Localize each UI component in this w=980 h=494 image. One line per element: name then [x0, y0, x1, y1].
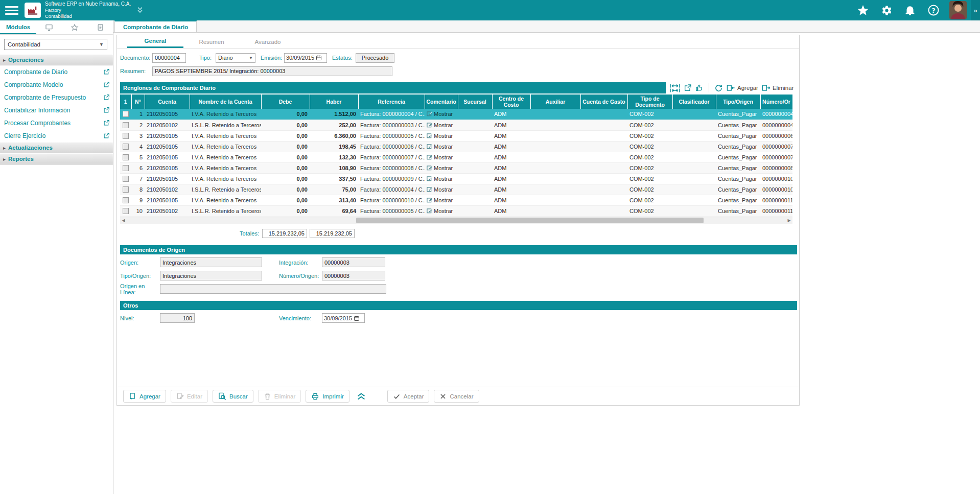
editar-button[interactable]: Editar [171, 390, 208, 403]
cell-comentario[interactable]: Mostrar [425, 141, 458, 152]
cell-comentario[interactable]: Mostrar [425, 205, 458, 216]
emision-field[interactable]: 30/09/2015 [284, 53, 327, 63]
nivel-field[interactable]: 100 [160, 313, 195, 323]
sidebar-item[interactable]: Comprobante de Presupuesto [0, 91, 113, 104]
cell-referencia[interactable]: Factura: 0000000005 / C... [358, 205, 425, 216]
documento-field[interactable]: 00000004 [152, 53, 186, 63]
row-checkbox[interactable] [123, 176, 129, 182]
scroll-left-icon[interactable]: ◀ [120, 217, 127, 224]
col-cuenta-gasto[interactable]: Cuenta de Gasto [580, 95, 627, 109]
table-row[interactable]: 1 2102050105 I.V.A. Retenido a Terceros … [120, 109, 792, 120]
window-tab-comprobante-de-diario[interactable]: Comprobante de Diario [114, 20, 197, 32]
vencimiento-field[interactable]: 30/09/2015 [322, 313, 365, 323]
cell-comentario[interactable]: Mostrar [425, 152, 458, 162]
cell-referencia[interactable]: Factura: 0000000005 / C... [358, 130, 425, 141]
table-row[interactable]: 2 2102050102 I.S.L.R. Retenido a Tercero… [120, 120, 792, 130]
table-row[interactable]: 6 2102050105 I.V.A. Retenido a Terceros … [120, 162, 792, 173]
row-checkbox[interactable] [123, 165, 129, 171]
col-nombre[interactable]: Nombre de la Cuenta [190, 95, 261, 109]
grid-delete-button[interactable]: Eliminar [762, 84, 794, 92]
sidebar-item[interactable]: Cierre Ejercicio [0, 129, 113, 142]
open-in-window-icon[interactable] [103, 132, 110, 139]
comment-edit-icon[interactable] [427, 144, 432, 150]
tab-general[interactable]: General [127, 35, 183, 48]
horizontal-scrollbar[interactable]: ◀ ▶ [120, 217, 792, 224]
comment-edit-icon[interactable] [427, 198, 432, 203]
cell-referencia[interactable]: Factura: 0000000003 / C... [358, 120, 425, 130]
fit-columns-icon[interactable] [670, 84, 680, 92]
chevron-double-down-icon[interactable] [136, 6, 144, 14]
cancelar-button[interactable]: Cancelar [434, 390, 479, 403]
col-sel[interactable]: 1 [120, 95, 131, 109]
comment-edit-icon[interactable] [427, 208, 432, 214]
sidebar-item[interactable]: Contabilizar Información [0, 104, 113, 116]
cell-comentario[interactable]: Mostrar [425, 195, 458, 205]
table-row[interactable]: 3 2102050105 I.V.A. Retenido a Terceros … [120, 130, 792, 141]
cell-referencia[interactable]: Factura: 0000000004 / C... [358, 184, 425, 195]
col-clasificador[interactable]: Clasificador [672, 95, 716, 109]
cell-comentario[interactable]: Mostrar [425, 173, 458, 184]
row-checkbox[interactable] [123, 111, 129, 117]
table-row[interactable]: 9 2102050105 I.V.A. Retenido a Terceros … [120, 195, 792, 205]
cell-comentario[interactable]: Mostrar [425, 184, 458, 195]
resumen-field[interactable]: PAGOS SEPTIEMBRE 2015/ Integración: 0000… [152, 66, 392, 76]
gear-icon[interactable] [875, 0, 898, 20]
col-centro-costo[interactable]: Centro de Costo [492, 95, 530, 109]
cell-comentario[interactable]: Mostrar [425, 120, 458, 130]
imprimir-button[interactable]: Imprimir [306, 390, 349, 403]
comment-edit-icon[interactable] [427, 133, 432, 139]
row-checkbox[interactable] [123, 197, 129, 203]
table-row[interactable]: 5 2102050105 I.V.A. Retenido a Terceros … [120, 152, 792, 162]
col-cuenta[interactable]: Cuenta [145, 95, 190, 109]
open-in-window-icon[interactable] [103, 107, 110, 113]
buscar-button[interactable]: Buscar [213, 390, 253, 403]
monitor-icon[interactable] [36, 20, 62, 34]
sidebar-item[interactable]: Procesar Comprobantes [0, 116, 113, 129]
cell-referencia[interactable]: Factura: 0000000010 / C... [358, 195, 425, 205]
section-actualizaciones[interactable]: ▸ Actualizaciones [0, 142, 113, 153]
cell-referencia[interactable]: Factura: 0000000007 / C... [358, 152, 425, 162]
col-debe[interactable]: Debe [261, 95, 310, 109]
table-row[interactable]: 8 2102050102 I.S.L.R. Retenido a Tercero… [120, 184, 792, 195]
cell-comentario[interactable]: Mostrar [425, 162, 458, 173]
col-sucursal[interactable]: Sucursal [458, 95, 492, 109]
comment-edit-icon[interactable] [427, 187, 432, 193]
bell-icon[interactable] [898, 0, 922, 20]
sidebar-item[interactable]: Comprobante de Diario [0, 65, 113, 78]
avatar[interactable] [949, 1, 967, 19]
tipo-select[interactable]: Diario▼ [216, 53, 255, 63]
table-row[interactable]: 4 2102050105 I.V.A. Retenido a Terceros … [120, 141, 792, 152]
row-checkbox[interactable] [123, 133, 129, 139]
row-checkbox[interactable] [123, 144, 129, 150]
approve-icon[interactable] [695, 84, 704, 92]
chevron-double-up-icon[interactable] [356, 392, 366, 401]
eliminar-button[interactable]: Eliminar [258, 390, 301, 403]
tab-avanzado[interactable]: Avanzado [240, 35, 296, 48]
agregar-button[interactable]: Agregar [123, 390, 166, 403]
open-in-window-icon[interactable] [103, 94, 110, 101]
comment-edit-icon[interactable] [427, 123, 432, 128]
comment-edit-icon[interactable] [427, 166, 432, 171]
star-tab-icon[interactable] [62, 20, 87, 34]
aceptar-button[interactable]: Aceptar [387, 390, 430, 403]
col-comentario[interactable]: Comentario [425, 95, 458, 109]
grid-add-button[interactable]: Agregar [727, 84, 758, 92]
tab-modulos[interactable]: Módulos [0, 20, 36, 34]
sidebar-item[interactable]: Comprobante Modelo [0, 78, 113, 91]
scroll-right-icon[interactable]: ▶ [786, 217, 792, 224]
open-in-window-icon[interactable] [103, 120, 110, 126]
table-row[interactable]: 7 2102050105 I.V.A. Retenido a Terceros … [120, 173, 792, 184]
cell-referencia[interactable]: Factura: 0000000008 / C... [358, 162, 425, 173]
col-referencia[interactable]: Referencia [358, 95, 425, 109]
col-tipo-documento[interactable]: Tipo de Documento [627, 95, 672, 109]
cell-comentario[interactable]: Mostrar [425, 130, 458, 141]
comment-edit-icon[interactable] [427, 155, 432, 160]
menu-icon[interactable] [0, 0, 24, 20]
cell-referencia[interactable]: Factura: 0000000004 / C... [358, 109, 425, 120]
cell-referencia[interactable]: Factura: 0000000006 / C... [358, 141, 425, 152]
open-window-icon[interactable] [684, 84, 692, 92]
comment-edit-icon[interactable] [427, 111, 432, 117]
refresh-icon[interactable] [714, 84, 723, 92]
col-tipo-origen[interactable]: Tipo/Origen [716, 95, 760, 109]
tab-resumen[interactable]: Resumen [183, 35, 240, 48]
